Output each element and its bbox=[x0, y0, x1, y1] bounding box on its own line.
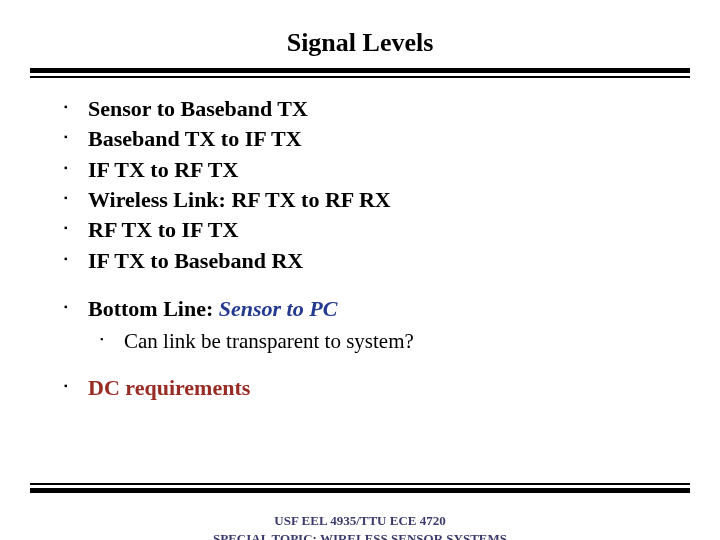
list-item: Baseband TX to IF TX bbox=[60, 124, 660, 154]
footer-text: USF EEL 4935/TTU ECE 4720 SPECIAL TOPIC:… bbox=[213, 512, 507, 540]
list-item: IF TX to RF TX bbox=[60, 155, 660, 185]
list-item: Wireless Link: RF TX to RF RX bbox=[60, 185, 660, 215]
bottom-line-value: Sensor to PC bbox=[219, 296, 338, 321]
title-divider bbox=[30, 68, 690, 78]
list-item: IF TX to Baseband RX bbox=[60, 246, 660, 276]
bottom-line-section: Bottom Line: Sensor to PC Can link be tr… bbox=[60, 294, 660, 355]
list-item: Sensor to Baseband TX bbox=[60, 94, 660, 124]
list-item: Bottom Line: Sensor to PC Can link be tr… bbox=[60, 294, 660, 355]
bottom-line-label: Bottom Line: bbox=[88, 296, 219, 321]
footer-line2: SPECIAL TOPIC: WIRELESS SENSOR SYSTEMS bbox=[213, 530, 507, 540]
bullet-list: Sensor to Baseband TX Baseband TX to IF … bbox=[60, 94, 660, 276]
footer-divider bbox=[30, 483, 690, 493]
dc-section: DC requirements bbox=[60, 373, 660, 403]
footer: University of South Florida USF USF EEL … bbox=[0, 496, 720, 540]
page-title: Signal Levels bbox=[0, 28, 720, 58]
dc-requirements: DC requirements bbox=[60, 373, 660, 403]
footer-line1: USF EEL 4935/TTU ECE 4720 bbox=[213, 512, 507, 530]
sub-list: Can link be transparent to system? bbox=[88, 327, 660, 356]
list-item: Can link be transparent to system? bbox=[96, 327, 660, 356]
slide-body: Sensor to Baseband TX Baseband TX to IF … bbox=[0, 78, 720, 404]
list-item: RF TX to IF TX bbox=[60, 215, 660, 245]
slide: Signal Levels Sensor to Baseband TX Base… bbox=[0, 28, 720, 540]
